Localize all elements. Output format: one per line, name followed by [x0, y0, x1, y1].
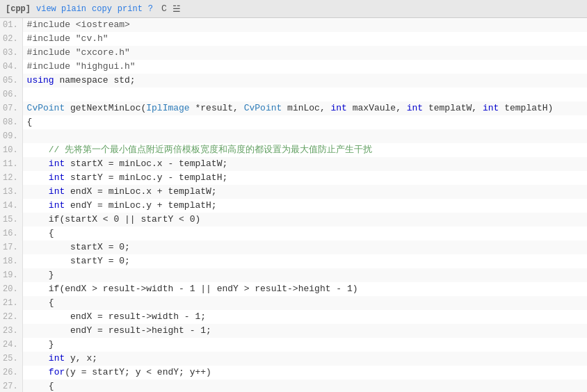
table-row: 01.#include <iostream>: [0, 18, 587, 32]
line-code: int y, x;: [23, 352, 102, 366]
table-row: 22. endX = result->width - 1;: [0, 310, 587, 324]
line-number: 23.: [0, 324, 23, 338]
line-code: [23, 88, 37, 101]
line-code: #include <iostream>: [23, 18, 134, 32]
table-row: 23. endY = result->height - 1;: [0, 324, 587, 338]
line-code: endY = result->height - 1;: [23, 324, 216, 338]
p-icon[interactable]: ☱: [172, 3, 181, 15]
line-code: }: [23, 338, 58, 352]
table-row: 02.#include "cv.h": [0, 32, 587, 46]
table-row: 24. }: [0, 338, 587, 352]
line-code: endX = result->width - 1;: [23, 310, 210, 324]
line-code: startX = 0;: [23, 240, 134, 254]
line-number: 08.: [0, 115, 23, 129]
line-code: int startX = minLoc.x - templatW;: [23, 157, 232, 171]
code-area: 01.#include <iostream>02.#include "cv.h"…: [0, 18, 587, 392]
line-code: {: [23, 115, 37, 129]
table-row: 15. if(startX < 0 || startY < 0): [0, 213, 587, 227]
table-row: 13. int endX = minLoc.x + templatW;: [0, 185, 587, 199]
line-number: 02.: [0, 32, 23, 46]
line-code: if(endX > result->width - 1 || endY > re…: [23, 282, 362, 296]
line-number: 16.: [0, 227, 23, 240]
table-row: 18. startY = 0;: [0, 254, 587, 268]
line-code: int startY = minLoc.y - templatH;: [23, 171, 232, 185]
line-number: 27.: [0, 379, 23, 392]
line-number: 14.: [0, 199, 23, 213]
line-code: int endX = minLoc.x + templatW;: [23, 185, 221, 199]
lang-label: [cpp]: [6, 4, 31, 14]
line-code: #include "cxcore.h": [23, 46, 134, 60]
table-row: 20. if(endX > result->width - 1 || endY …: [0, 282, 587, 296]
table-row: 05.using namespace std;: [0, 74, 587, 88]
line-number: 01.: [0, 18, 23, 32]
line-number: 25.: [0, 352, 23, 366]
line-code: startY = 0;: [23, 254, 134, 268]
table-row: 25. int y, x;: [0, 352, 587, 366]
table-row: 17. startX = 0;: [0, 240, 587, 254]
line-code: {: [23, 379, 58, 392]
table-row: 14. int endY = minLoc.y + templatH;: [0, 199, 587, 213]
table-row: 08.{: [0, 115, 587, 129]
line-number: 26.: [0, 366, 23, 379]
line-code: if(startX < 0 || startY < 0): [23, 213, 205, 227]
line-number: 18.: [0, 254, 23, 268]
line-number: 07.: [0, 101, 23, 115]
table-row: 12. int startY = minLoc.y - templatH;: [0, 171, 587, 185]
line-number: 20.: [0, 282, 23, 296]
line-number: 05.: [0, 74, 23, 88]
table-row: 03.#include "cxcore.h": [0, 46, 587, 60]
table-row: 26. for(y = startY; y < endY; y++): [0, 366, 587, 379]
table-row: 04.#include "highgui.h": [0, 60, 587, 74]
line-number: 19.: [0, 268, 23, 282]
line-number: 15.: [0, 213, 23, 227]
line-code: int endY = minLoc.y + templatH;: [23, 199, 221, 213]
line-number: 09.: [0, 129, 23, 143]
table-row: 10. // 先将第一个最小值点附近两倍模板宽度和高度的都设置为最大值防止产生干…: [0, 143, 587, 157]
table-row: 27. {: [0, 379, 587, 392]
line-code: }: [23, 268, 58, 282]
view-plain-action[interactable]: view plain: [36, 4, 86, 14]
line-code: [23, 129, 37, 143]
line-number: 03.: [0, 46, 23, 60]
line-number: 10.: [0, 143, 23, 157]
line-number: 04.: [0, 60, 23, 74]
help-action[interactable]: ?: [148, 4, 153, 14]
toolbar: [cpp] view plain copy print ? C ☱: [0, 0, 587, 18]
line-code: using namespace std;: [23, 74, 140, 88]
line-number: 12.: [0, 171, 23, 185]
copy-action[interactable]: copy: [92, 4, 112, 14]
table-row: 09.: [0, 129, 587, 143]
line-code: #include "cv.h": [23, 32, 113, 46]
table-row: 06.: [0, 88, 587, 101]
c-icon[interactable]: C: [161, 3, 167, 14]
line-code: {: [23, 296, 58, 310]
line-number: 22.: [0, 310, 23, 324]
line-code: // 先将第一个最小值点附近两倍模板宽度和高度的都设置为最大值防止产生干扰: [23, 143, 377, 157]
line-number: 06.: [0, 88, 23, 101]
line-code: for(y = startY; y < endY; y++): [23, 366, 216, 379]
table-row: 16. {: [0, 227, 587, 240]
table-row: 07.CvPoint getNextMinLoc(IplImage *resul…: [0, 101, 587, 115]
line-code: #include "highgui.h": [23, 60, 140, 74]
table-row: 11. int startX = minLoc.x - templatW;: [0, 157, 587, 171]
line-number: 17.: [0, 240, 23, 254]
print-action[interactable]: print: [118, 4, 143, 14]
line-code: CvPoint getNextMinLoc(IplImage *result, …: [23, 101, 558, 115]
table-row: 19. }: [0, 268, 587, 282]
line-number: 11.: [0, 157, 23, 171]
line-number: 21.: [0, 296, 23, 310]
line-number: 24.: [0, 338, 23, 352]
table-row: 21. {: [0, 296, 587, 310]
line-code: {: [23, 227, 58, 240]
line-number: 13.: [0, 185, 23, 199]
